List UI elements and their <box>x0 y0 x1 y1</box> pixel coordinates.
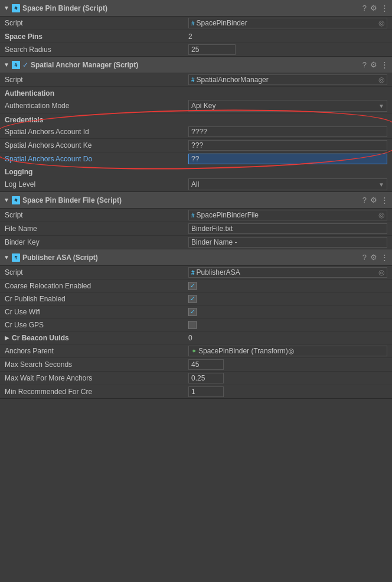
space-pin-binder-file-header[interactable]: ▼ # Space Pin Binder File (Script) ? ⚙ ⋮ <box>0 192 392 209</box>
account-id-row: Spatial Anchors Account Id <box>0 125 392 139</box>
account-domain-label: Spatial Anchors Account Do <box>5 155 188 163</box>
target-icon[interactable]: ◎ <box>378 19 384 27</box>
cr-wifi-row: Cr Use Wifi ✓ <box>0 305 392 318</box>
cr-beacon-arrow[interactable]: ▶ <box>5 334 9 341</box>
cr-gps-label: Cr Use GPS <box>5 321 188 329</box>
spatial-anchor-manager-panel: ▼ # ✓ Spatial Anchor Manager (Script) ? … <box>0 57 392 192</box>
space-pins-row: Space Pins 2 <box>0 30 392 43</box>
more-icon-2[interactable]: ⋮ <box>381 60 388 69</box>
binder-key-label: Binder Key <box>5 238 188 246</box>
anchors-parent-label: Anchors Parent <box>5 347 188 355</box>
anchors-parent-ref[interactable]: ✦ SpacePinBinder (Transform) ◎ <box>188 346 387 356</box>
asa-script-ref[interactable]: # PublisherASA ◎ <box>188 267 387 278</box>
cr-beacon-row: ▶ Cr Beacon Uuids 0 <box>0 331 392 344</box>
anchors-parent-target[interactable]: ◎ <box>288 347 294 355</box>
file-hash-icon: # <box>191 212 195 219</box>
help-icon[interactable]: ? <box>362 4 367 12</box>
max-wait-label: Max Wait For More Anchors <box>5 374 188 382</box>
cr-publish-row: Cr Publish Enabled ✓ <box>0 292 392 305</box>
binder-key-row: Binder Key <box>0 236 392 249</box>
log-level-select[interactable]: All ▼ <box>188 178 387 190</box>
space-pin-binder-panel: ▼ # Space Pin Binder (Script) ? ⚙ ⋮ Scri… <box>0 0 392 57</box>
anchors-parent-row: Anchors Parent ✦ SpacePinBinder (Transfo… <box>0 344 392 358</box>
panel-collapse-arrow[interactable]: ▼ <box>4 61 9 68</box>
asa-script-label: Script <box>5 268 188 277</box>
sam-hash-icon: # <box>191 77 195 83</box>
cr-beacon-label: Cr Beacon Uuids <box>12 334 71 342</box>
spatial-anchor-manager-body: Script # SpatialAnchorManager ◎ Authenti… <box>0 73 392 191</box>
sam-target-icon[interactable]: ◎ <box>378 76 384 84</box>
sam-script-name: SpatialAnchorManager <box>197 76 269 84</box>
max-wait-row: Max Wait For More Anchors <box>0 372 392 385</box>
hash-icon: # <box>12 4 20 12</box>
max-search-input[interactable] <box>188 359 224 370</box>
coarse-relocation-row: Coarse Relocation Enabled ✓ <box>0 279 392 292</box>
max-wait-input[interactable] <box>188 373 224 383</box>
help-icon-3[interactable]: ? <box>362 196 367 204</box>
file-script-row: Script # SpacePinBinderFile ◎ <box>0 209 392 222</box>
cr-wifi-checkbox[interactable]: ✓ <box>188 308 197 316</box>
account-id-label: Spatial Anchors Account Id <box>5 128 188 136</box>
spatial-anchor-manager-title: Spatial Anchor Manager (Script) <box>31 61 362 69</box>
max-search-label: Max Search Seconds <box>5 360 188 369</box>
file-target-icon[interactable]: ◎ <box>378 211 384 219</box>
search-radius-label: Search Radius <box>5 45 188 54</box>
publisher-asa-body: Script # PublisherASA ◎ Coarse Relocatio… <box>0 266 392 398</box>
panel-collapse-arrow[interactable]: ▼ <box>4 5 9 11</box>
asa-panel-arrow[interactable]: ▼ <box>4 254 9 261</box>
publisher-asa-title: Publisher ASA (Script) <box>22 253 362 262</box>
coarse-relocation-checkbox[interactable]: ✓ <box>188 282 197 290</box>
file-name-input[interactable] <box>188 223 387 234</box>
enabled-checkmark: ✓ <box>22 61 28 69</box>
script-hash-icon: # <box>191 20 195 27</box>
account-key-row: Spatial Anchors Account Ke <box>0 139 392 152</box>
cr-gps-checkbox[interactable] <box>188 321 197 329</box>
log-level-row: Log Level All ▼ <box>0 177 392 191</box>
min-rec-input[interactable] <box>188 386 224 397</box>
cr-publish-label: Cr Publish Enabled <box>5 295 188 303</box>
settings-icon-2[interactable]: ⚙ <box>370 60 377 69</box>
account-id-input[interactable] <box>188 126 387 137</box>
account-domain-row: Spatial Anchors Account Do <box>0 152 392 165</box>
file-script-name: SpacePinBinderFile <box>197 211 259 219</box>
select-arrow-down: ▼ <box>378 103 384 109</box>
script-label: Script <box>5 19 188 27</box>
more-icon[interactable]: ⋮ <box>381 4 388 12</box>
more-icon-3[interactable]: ⋮ <box>381 196 388 204</box>
asa-script-name: PublisherASA <box>197 268 240 277</box>
auth-mode-select[interactable]: Api Key ▼ <box>188 100 387 112</box>
binder-key-input[interactable] <box>188 237 387 248</box>
help-icon-4[interactable]: ? <box>362 253 367 262</box>
more-icon-4[interactable]: ⋮ <box>381 253 388 262</box>
auth-section-label: Authentication <box>0 87 392 99</box>
logging-section-label: Logging <box>0 165 392 177</box>
publisher-asa-header[interactable]: ▼ # Publisher ASA (Script) ? ⚙ ⋮ <box>0 249 392 266</box>
settings-icon-3[interactable]: ⚙ <box>370 196 377 204</box>
file-script-ref[interactable]: # SpacePinBinderFile ◎ <box>188 210 387 220</box>
space-pins-value: 2 <box>188 32 387 41</box>
account-key-label: Spatial Anchors Account Ke <box>5 141 188 149</box>
help-icon-2[interactable]: ? <box>362 60 367 69</box>
space-pin-binder-title: Space Pin Binder (Script) <box>22 4 362 12</box>
log-level-label: Log Level <box>5 180 188 188</box>
search-radius-input[interactable] <box>188 44 236 55</box>
settings-icon-4[interactable]: ⚙ <box>370 253 377 262</box>
space-pin-binder-header[interactable]: ▼ # Space Pin Binder (Script) ? ⚙ ⋮ <box>0 0 392 17</box>
file-script-label: Script <box>5 211 188 219</box>
script-ref-field[interactable]: # SpacePinBinder ◎ <box>188 18 387 28</box>
script-ref-name: SpacePinBinder <box>197 19 247 27</box>
file-name-label: File Name <box>5 225 188 233</box>
auth-mode-label: Authentication Mode <box>5 102 188 110</box>
asa-script-row: Script # PublisherASA ◎ <box>0 266 392 279</box>
hash-icon-4: # <box>12 253 20 262</box>
sam-script-ref[interactable]: # SpatialAnchorManager ◎ <box>188 74 387 85</box>
account-key-input[interactable] <box>188 140 387 151</box>
script-row: Script # SpacePinBinder ◎ <box>0 17 392 30</box>
settings-icon[interactable]: ⚙ <box>370 4 377 12</box>
spatial-anchor-manager-header[interactable]: ▼ # ✓ Spatial Anchor Manager (Script) ? … <box>0 57 392 73</box>
cr-publish-checkbox[interactable]: ✓ <box>188 295 197 303</box>
min-rec-label: Min Recommended For Cre <box>5 388 188 396</box>
asa-target-icon[interactable]: ◎ <box>378 268 384 277</box>
account-domain-input[interactable] <box>188 154 387 164</box>
file-panel-arrow[interactable]: ▼ <box>4 197 9 203</box>
